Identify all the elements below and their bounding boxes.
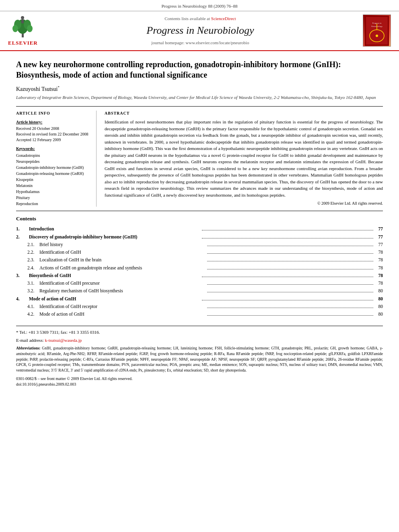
keywords-list: Gonadotropins Neuropeptides Gonadotropin…: [16, 152, 90, 207]
toc-number: 3.1.: [27, 280, 39, 287]
journal-thumbnail: Progress in Neurobiology: [363, 14, 391, 47]
elsevier-logo: ELSEVIER: [8, 14, 38, 47]
homepage-text: journal homepage: www.elsevier.com/locat…: [151, 40, 249, 45]
toc-item: 4.1.Identification of GnIH receptor80: [16, 303, 383, 310]
svg-rect-9: [366, 17, 388, 45]
toc-dots: [207, 292, 373, 292]
toc-item: 2.4.Actions of GnIH on gonadotropin rele…: [16, 265, 383, 271]
journal-homepage: journal homepage: www.elsevier.com/locat…: [38, 40, 363, 46]
keyword-2: Neuropeptides: [16, 158, 90, 164]
keyword-8: Pituitary: [16, 195, 90, 201]
abbrev-content: GnIH, gonadotropin-inhibitory hormone; G…: [16, 346, 383, 372]
article-title: A new key neurohormone controlling repro…: [16, 59, 383, 80]
info-abstract-row: ARTICLE INFO Article history: Received 2…: [16, 106, 383, 207]
toc-number: 3.2.: [27, 288, 39, 294]
journal-banner: ELSEVIER Contents lists available at Sci…: [0, 11, 399, 50]
keyword-1: Gonadotropins: [16, 152, 90, 158]
toc-label: Regulatory mechanism of GnIH biosynthesi…: [39, 288, 206, 294]
toc-number: 4.: [16, 296, 29, 302]
toc-number: 3.: [16, 272, 29, 279]
footnote-divider: * Tel.: +81 3 5369 7311; fax: +81 3 3355…: [16, 326, 383, 387]
doi-line: doi:10.1016/j.pneurobio.2009.02.003: [16, 382, 383, 387]
toc-dots: [207, 284, 373, 285]
journal-cover-icon: Progress in Neurobiology: [365, 16, 389, 46]
copyright-line: © 2009 Elsevier Ltd. All rights reserved…: [105, 201, 383, 206]
toc-page: 80: [375, 303, 383, 310]
toc-label: Identification of GnIH precursor: [39, 280, 206, 287]
author-sup: *: [58, 85, 60, 89]
toc-label: Localization of GnIH in the brain: [39, 257, 206, 263]
toc-dots: [202, 238, 373, 238]
toc-item: 2.3.Localization of GnIH in the brain78: [16, 257, 383, 263]
affiliation: Laboratory of Integrative Brain Sciences…: [16, 94, 383, 101]
toc-label: Actions of GnIH on gonadotropin release …: [39, 265, 206, 271]
journal-volume-info: Progress in Neurobiology 88 (2009) 76–88: [161, 4, 237, 8]
abbreviations-text: Abbreviations: GnIH, gonadotropin-inhibi…: [16, 346, 383, 374]
article-body: A new key neurohormone controlling repro…: [0, 51, 399, 391]
toc-page: 80: [375, 288, 383, 294]
elsevier-brand-text: ELSEVIER: [8, 39, 38, 47]
contents-section: Contents 1.Introduction772.Discovery of …: [16, 211, 383, 318]
contents-title: Contents: [16, 215, 383, 222]
toc-dots: [202, 230, 373, 230]
toc-label: Identification of GnIH receptor: [39, 303, 206, 310]
toc-item: 2.1.Brief history77: [16, 241, 383, 248]
sciencedirect-prefix: Contents lists available at: [165, 16, 211, 21]
author-name: Kazuyoshi Tsutsui*: [16, 85, 383, 93]
toc-page: 77: [375, 226, 383, 232]
toc-page: 78: [375, 249, 383, 256]
toc-item: 2.Discovery of gonadotropin-inhibitory h…: [16, 234, 383, 240]
toc-label: Discovery of gonadotropin-inhibitory hor…: [29, 234, 200, 240]
keyword-9: Reproduction: [16, 201, 90, 207]
email-link[interactable]: k-tsutsui@waseda.jp: [45, 338, 82, 343]
toc-item: 1.Introduction77: [16, 226, 383, 232]
toc-page: 77: [375, 234, 383, 240]
svg-point-4: [12, 25, 18, 32]
journal-title-banner: Progress in Neurobiology: [38, 23, 363, 38]
keyword-5: Kisspeptin: [16, 177, 90, 183]
toc-dots: [202, 277, 373, 277]
abbrev-label: Abbreviations:: [16, 346, 41, 350]
toc-label: Brief history: [39, 241, 206, 248]
keyword-6: Melatonin: [16, 183, 90, 189]
toc-number: 2.1.: [27, 241, 39, 248]
toc-number: 2.3.: [27, 257, 39, 263]
accepted-date: Accepted 12 February 2009: [16, 137, 90, 143]
footnote-star: * Tel.: +81 3 5369 7311; fax: +81 3 3355…: [16, 329, 383, 335]
toc-number: 2.4.: [27, 265, 39, 271]
toc-item: 4.Mode of action of GnIH80: [16, 296, 383, 302]
issn-line: 0301-0082/$ – see front matter © 2009 El…: [16, 376, 383, 382]
history-title: Article history:: [16, 119, 90, 125]
toc-item: 3.Biosynthesis of GnIH78: [16, 272, 383, 279]
toc-item: 3.2.Regulatory mechanism of GnIH biosynt…: [16, 288, 383, 294]
toc-number: 1.: [16, 226, 29, 232]
abstract-col: ABSTRACT Identification of novel neuroho…: [105, 111, 383, 207]
svg-rect-7: [21, 19, 24, 23]
email-label: E-mail address:: [16, 338, 45, 343]
toc-item: 4.2.Mode of action of GnIH80: [16, 311, 383, 318]
toc-label: Biosynthesis of GnIH: [29, 272, 200, 279]
toc-page: 78: [375, 265, 383, 271]
received-date: Received 20 October 2008: [16, 126, 90, 131]
footnote-email: E-mail address: k-tsutsui@waseda.jp: [16, 337, 383, 343]
toc-dots: [207, 246, 373, 246]
elsevier-tree-icon: [10, 14, 36, 39]
article-info-col: ARTICLE INFO Article history: Received 2…: [16, 111, 97, 207]
toc-label: Mode of action of GnIH: [29, 296, 200, 302]
revised-date: Received in revised form 22 December 200…: [16, 131, 90, 137]
toc-dots: [207, 315, 373, 316]
author-text: Kazuyoshi Tsutsui: [16, 86, 58, 92]
toc-item: 2.2.Identification of GnIH78: [16, 249, 383, 256]
toc-number: 2.: [16, 234, 29, 240]
keyword-7: Hypothalamus: [16, 189, 90, 195]
toc-page: 80: [375, 311, 383, 318]
keyword-3: Gonadotropin-inhibitory hormone (GnIH): [16, 164, 90, 170]
toc-label: Introduction: [29, 226, 200, 232]
toc-page: 78: [375, 257, 383, 263]
toc-dots: [207, 269, 373, 269]
abstract-title: ABSTRACT: [105, 111, 383, 116]
toc-label: Identification of GnIH: [39, 249, 206, 256]
sciencedirect-link[interactable]: ScienceDirect: [211, 16, 236, 21]
toc-label: Mode of action of GnIH: [39, 311, 206, 318]
toc-number: 4.1.: [27, 303, 39, 310]
